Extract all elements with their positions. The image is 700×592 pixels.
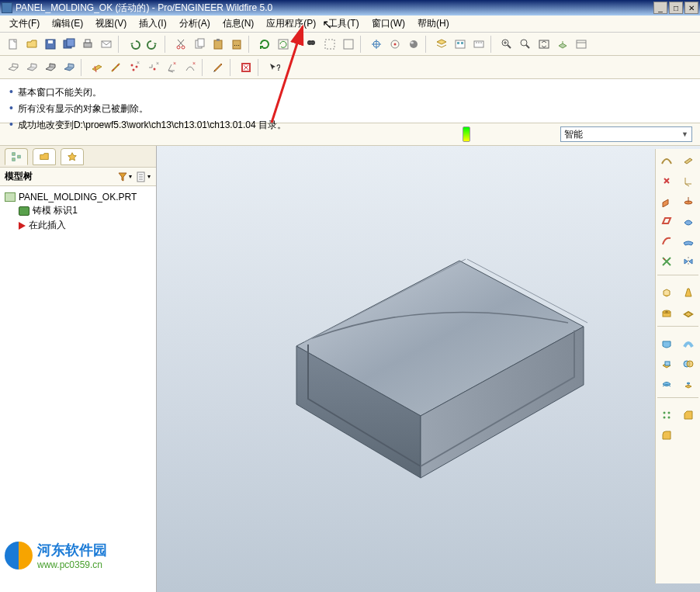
copy-button[interactable] bbox=[191, 36, 208, 53]
mapkey-button[interactable] bbox=[470, 36, 487, 53]
display-shaded-button[interactable] bbox=[61, 59, 78, 76]
stop-button[interactable] bbox=[237, 59, 255, 76]
maximize-button[interactable]: □ bbox=[669, 2, 683, 14]
display-nohidden-button[interactable] bbox=[42, 59, 59, 76]
regen-button[interactable] bbox=[256, 36, 273, 53]
tree-feature-node[interactable]: 铸模 标识1 bbox=[5, 203, 151, 218]
window-title: PANEL_MOLDING_OK (活动的) - Pro/ENGINEER Wi… bbox=[16, 2, 653, 15]
datum-point-btn2[interactable]: × bbox=[144, 59, 161, 76]
graphics-canvas[interactable] bbox=[157, 146, 700, 592]
surface2-button[interactable] bbox=[679, 233, 698, 250]
message-area: 基本窗口不能关闭。 所有没有显示的对象已被删除。 成功地改变到D:\proewf… bbox=[0, 79, 700, 123]
tree-root-node[interactable]: PANEL_MOLDING_OK.PRT bbox=[5, 191, 151, 203]
tree-filter-button[interactable]: ▾ bbox=[116, 169, 133, 185]
regen-mgr-button[interactable] bbox=[275, 36, 292, 53]
paste-special-button[interactable]: ⋯ bbox=[228, 36, 245, 53]
datum-csys2-button[interactable] bbox=[679, 172, 698, 189]
spin-center-button[interactable] bbox=[386, 36, 404, 53]
display-hidden-button[interactable] bbox=[23, 59, 40, 76]
toolbar-sep bbox=[295, 36, 300, 53]
menu-analyze[interactable]: 分析(A) bbox=[173, 16, 217, 32]
close-button[interactable]: ✕ bbox=[684, 2, 698, 14]
mirror-button[interactable] bbox=[679, 253, 698, 270]
extrude-button[interactable] bbox=[657, 192, 676, 209]
menubar: 文件(F) 编辑(E) 视图(V) 插入(I) 分析(A) 信息(N) 应用程序… bbox=[0, 16, 700, 33]
round-button[interactable] bbox=[657, 427, 676, 444]
shaded-button[interactable] bbox=[405, 36, 422, 53]
datum-csys-button[interactable]: × bbox=[163, 59, 180, 76]
open-button[interactable] bbox=[23, 36, 40, 53]
surface-button[interactable] bbox=[679, 213, 698, 230]
cut-button[interactable] bbox=[172, 36, 189, 53]
datum-axis-button[interactable] bbox=[107, 59, 124, 76]
tab-folder[interactable] bbox=[33, 148, 56, 165]
paste-button[interactable] bbox=[210, 36, 227, 53]
datum-center-button[interactable] bbox=[368, 36, 385, 53]
tab-favorites[interactable] bbox=[61, 148, 84, 165]
blend-button[interactable] bbox=[657, 335, 676, 352]
workarea: 模型树 ▾ ▾ PANEL_MOLDING_OK.PRT 铸模 标识1 在此插入 bbox=[0, 146, 700, 592]
curve-line-button[interactable] bbox=[657, 233, 676, 250]
display-wire-button[interactable] bbox=[5, 59, 22, 76]
chamfer-button[interactable] bbox=[679, 407, 698, 424]
zoomfit-button[interactable] bbox=[498, 36, 515, 53]
menu-edit[interactable]: 编辑(E) bbox=[46, 16, 89, 32]
help-cursor-button[interactable]: ? bbox=[265, 59, 282, 76]
zoomin-button[interactable] bbox=[517, 36, 534, 53]
draft-button[interactable] bbox=[679, 284, 698, 301]
menu-info[interactable]: 信息(N) bbox=[217, 16, 261, 32]
savecopy-button[interactable] bbox=[61, 36, 78, 53]
shell-button[interactable] bbox=[679, 304, 698, 321]
navigator-sidebar: 模型树 ▾ ▾ PANEL_MOLDING_OK.PRT 铸模 标识1 在此插入 bbox=[0, 146, 157, 592]
selection-filter-dropdown[interactable]: 智能 ▼ bbox=[560, 126, 692, 142]
menu-apps[interactable]: 应用程序(P) bbox=[260, 16, 322, 32]
annotate-button[interactable] bbox=[210, 59, 227, 76]
pattern-button[interactable] bbox=[657, 407, 676, 424]
parallelogram-button[interactable] bbox=[657, 213, 676, 230]
datum-plane2-button[interactable] bbox=[679, 152, 698, 169]
select-button[interactable] bbox=[340, 36, 357, 53]
save-button[interactable] bbox=[42, 36, 59, 53]
minimize-button[interactable]: _ bbox=[653, 2, 667, 14]
toolbar-sep bbox=[360, 36, 365, 53]
mail-button[interactable] bbox=[98, 36, 115, 53]
extrude2-button[interactable] bbox=[657, 284, 676, 301]
tab-model-tree[interactable] bbox=[5, 148, 28, 165]
menu-view[interactable]: 视图(V) bbox=[89, 16, 133, 32]
box-cut-button[interactable] bbox=[657, 355, 676, 372]
sketch-curve-button[interactable] bbox=[657, 152, 676, 169]
revolve-button[interactable] bbox=[679, 192, 698, 209]
saved-views-button[interactable] bbox=[573, 36, 590, 53]
new-button[interactable] bbox=[5, 36, 22, 53]
tree-insert-node[interactable]: 在此插入 bbox=[5, 218, 151, 233]
datum-point-button[interactable] bbox=[657, 172, 676, 189]
solidify-button[interactable] bbox=[679, 376, 698, 393]
trim-x-button[interactable] bbox=[657, 253, 676, 270]
find-button[interactable] bbox=[303, 36, 320, 53]
layer-button[interactable] bbox=[433, 36, 450, 53]
refit-button[interactable] bbox=[535, 36, 553, 53]
selectbox-button[interactable] bbox=[321, 36, 338, 53]
undo-button[interactable] bbox=[126, 36, 143, 53]
orient-button[interactable] bbox=[554, 36, 571, 53]
datum-plane-button[interactable] bbox=[88, 59, 106, 76]
menu-insert[interactable]: 插入(I) bbox=[133, 16, 172, 32]
thicken-button[interactable] bbox=[657, 376, 676, 393]
svg-point-51 bbox=[664, 258, 665, 260]
menu-window[interactable]: 窗口(W) bbox=[366, 16, 411, 32]
datum-curve-button[interactable]: × bbox=[182, 59, 199, 76]
merge-button[interactable] bbox=[679, 355, 698, 372]
datum-point-btn1[interactable]: × bbox=[126, 59, 143, 76]
toolbar-secondary: × × × × ? bbox=[0, 56, 700, 79]
sweep-button[interactable] bbox=[679, 335, 698, 352]
model-tree[interactable]: PANEL_MOLDING_OK.PRT 铸模 标识1 在此插入 bbox=[0, 186, 156, 592]
print-button[interactable] bbox=[79, 36, 96, 53]
svg-point-8 bbox=[177, 46, 180, 49]
hole-button[interactable] bbox=[657, 304, 676, 321]
menu-tools[interactable]: 工具(T) bbox=[322, 16, 365, 32]
redo-button[interactable] bbox=[144, 36, 161, 53]
tree-settings-button[interactable]: ▾ bbox=[134, 169, 151, 185]
menu-file[interactable]: 文件(F) bbox=[3, 16, 46, 32]
view-mgr-button[interactable] bbox=[452, 36, 469, 53]
menu-help[interactable]: 帮助(H) bbox=[411, 16, 456, 32]
